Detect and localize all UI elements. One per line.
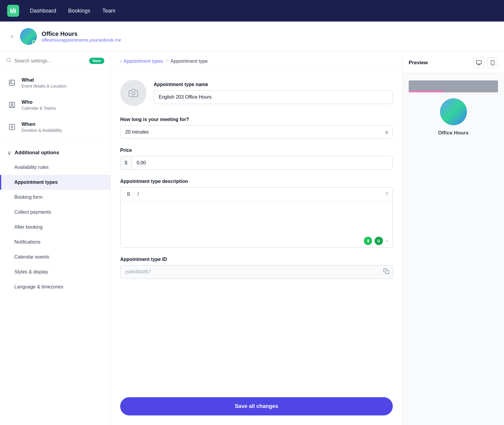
name-label: Appointment type name	[154, 82, 393, 87]
appt-id-label: Appointment type ID	[120, 257, 393, 262]
svg-rect-15	[491, 61, 494, 65]
content-area: ‹ Appointment types / Appointment type A…	[111, 51, 402, 425]
id-input-wrap	[120, 265, 393, 279]
what-title: What	[22, 77, 66, 83]
breadcrumb-parent-label: Appointment types	[123, 59, 163, 64]
preview-banner	[409, 80, 498, 92]
sidebar-item-what[interactable]: What Event details & Location	[0, 72, 110, 94]
sidebar-item-when[interactable]: When Duration & Availability	[0, 116, 110, 138]
description-editor: B I ? ⬆ G ⤡	[120, 187, 393, 248]
sidebar-item-who[interactable]: Who Calendar & Teams	[0, 94, 110, 116]
preview-panel: Preview Office Hou	[402, 51, 504, 425]
avatar	[20, 28, 37, 45]
price-input-wrap: $	[120, 156, 393, 170]
who-subtitle: Calendar & Teams	[22, 106, 56, 111]
form-content: Appointment type name How long is your m…	[111, 70, 402, 390]
svg-rect-5	[9, 80, 15, 85]
breadcrumb-chevron-icon: ‹	[120, 59, 122, 64]
sidebar-item-availability-rules[interactable]: Availability rules	[0, 160, 110, 175]
save-all-changes-button[interactable]: Save all changes	[120, 397, 393, 415]
breadcrumb-current-label: Appointment type	[170, 59, 208, 64]
logo[interactable]	[7, 5, 19, 17]
search-input[interactable]	[14, 58, 86, 64]
search-icon	[6, 57, 11, 64]
additional-options-toggle[interactable]: ∨ Additional options	[0, 143, 110, 160]
svg-point-4	[7, 58, 10, 62]
sidebar-item-calendar-events[interactable]: Calendar events	[0, 250, 110, 265]
profile-name: Office Hours	[42, 30, 121, 37]
sub-header: ‹ Office Hours officehourappointments.yo…	[0, 22, 504, 51]
appointment-name-input[interactable]	[154, 90, 393, 104]
svg-rect-14	[476, 61, 482, 64]
preview-content: Office Hours	[403, 73, 504, 425]
sidebar-item-appointment-types[interactable]: Appointment types	[0, 175, 110, 190]
what-subtitle: Event details & Location	[22, 84, 66, 88]
when-text: When Duration & Availability	[22, 121, 62, 133]
back-button[interactable]: ‹	[8, 31, 15, 42]
sidebar-item-styles-display[interactable]: Styles & display	[0, 265, 110, 279]
sidebar-search-area: New	[0, 51, 110, 69]
nav-dashboard[interactable]: Dashboard	[29, 5, 57, 16]
grammarly-check-icon[interactable]: G	[375, 237, 383, 245]
grammarly-enhance-icon[interactable]: ⬆	[364, 237, 372, 245]
resize-handle-icon: ⤡	[385, 239, 389, 243]
nav-team[interactable]: Team	[101, 5, 117, 16]
editor-body[interactable]	[120, 201, 392, 234]
svg-rect-2	[13, 8, 14, 13]
svg-point-11	[11, 126, 13, 128]
chevron-down-icon: ∨	[7, 149, 12, 156]
nav-bookings[interactable]: Bookings	[67, 5, 91, 16]
duration-group: How long is your meeting for? 20 minutes…	[120, 117, 393, 139]
name-field-wrap: Appointment type name	[154, 82, 393, 104]
italic-button[interactable]: I	[135, 190, 141, 198]
when-subtitle: Duration & Availability	[22, 128, 62, 133]
new-badge: New	[89, 58, 104, 64]
editor-toolbar: B I ?	[120, 187, 392, 201]
status-indicator	[32, 40, 36, 44]
svg-point-9	[11, 103, 13, 105]
mobile-view-button[interactable]	[487, 57, 498, 68]
price-symbol: $	[120, 156, 132, 169]
duration-label: How long is your meeting for?	[120, 117, 393, 122]
description-group: Appointment type description B I ? ⬆ G ⤡	[120, 179, 393, 248]
preview-profile-image	[440, 98, 467, 125]
svg-rect-1	[12, 10, 13, 13]
who-title: Who	[22, 99, 56, 105]
when-icon	[7, 122, 17, 132]
sidebar: New What Event details & Location	[0, 51, 111, 425]
svg-rect-10	[9, 124, 15, 130]
photo-upload-circle[interactable]	[120, 80, 146, 106]
what-text: What Event details & Location	[22, 77, 66, 88]
desktop-view-button[interactable]	[474, 57, 484, 68]
main-layout: New What Event details & Location	[0, 51, 504, 425]
sidebar-divider	[0, 142, 110, 142]
breadcrumb-parent-link[interactable]: ‹ Appointment types	[120, 59, 163, 64]
profile-info: Office Hours officehourappointments.youc…	[42, 30, 121, 42]
additional-options-label: Additional options	[15, 150, 59, 156]
preview-title: Preview	[409, 60, 428, 66]
svg-rect-0	[10, 8, 11, 13]
description-label: Appointment type description	[120, 179, 393, 184]
sidebar-item-collect-payments[interactable]: Collect payments	[0, 205, 110, 220]
preview-banner-accent	[409, 91, 445, 92]
svg-rect-13	[386, 270, 389, 274]
price-input[interactable]	[132, 156, 392, 169]
price-group: Price $	[120, 148, 393, 170]
sidebar-item-after-booking[interactable]: After booking	[0, 220, 110, 235]
appt-name-row: Appointment type name	[120, 80, 393, 106]
sidebar-item-language-timezones[interactable]: Language & timezones	[0, 279, 110, 294]
sidebar-item-booking-form[interactable]: Booking form	[0, 190, 110, 205]
top-nav: Dashboard Bookings Team	[0, 0, 504, 22]
bold-button[interactable]: B	[125, 190, 133, 198]
svg-point-6	[10, 81, 12, 82]
sidebar-nav-section: What Event details & Location Who Calend…	[0, 69, 110, 140]
svg-rect-3	[15, 9, 16, 13]
preview-profile-gradient	[440, 98, 467, 125]
profile-url[interactable]: officehourappointments.youcanbook.me	[42, 37, 121, 42]
copy-button[interactable]	[383, 268, 389, 276]
appt-id-input	[120, 265, 393, 279]
who-icon	[7, 100, 17, 110]
sidebar-item-notifications[interactable]: Notifications	[0, 235, 110, 250]
help-icon[interactable]: ?	[385, 191, 388, 198]
duration-select[interactable]: 20 minutes 30 minutes 45 minutes 60 minu…	[120, 125, 393, 139]
